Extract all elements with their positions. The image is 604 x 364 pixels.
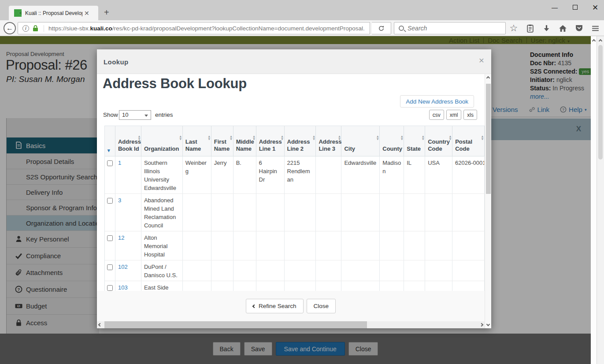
modal-header: Lookup × xyxy=(97,49,491,74)
vscroll-thumb[interactable] xyxy=(486,84,491,194)
table-cell xyxy=(211,281,233,291)
entries-label: entries xyxy=(155,111,173,118)
column-header-label: Organization xyxy=(144,145,179,152)
column-header-county[interactable]: ▴▾County xyxy=(380,126,404,156)
add-new-address-book-button[interactable]: Add New Address Book xyxy=(400,95,474,108)
scroll-down-icon[interactable] xyxy=(486,323,490,326)
row-checkbox[interactable] xyxy=(107,285,113,291)
address-book-id-link[interactable]: 103 xyxy=(118,284,128,291)
address-book-id-link[interactable]: 1 xyxy=(118,160,121,166)
page-size-select[interactable]: 10 xyxy=(119,110,151,120)
column-header-city[interactable]: ▴▾City xyxy=(341,126,380,156)
table-row: 12Alton Memorial Hospital xyxy=(105,231,485,260)
reload-button[interactable] xyxy=(372,22,391,34)
column-header-address-line-2[interactable]: ▴▾Address Line 2 xyxy=(285,126,316,156)
scroll-right-icon[interactable] xyxy=(480,323,483,327)
row-select-cell xyxy=(105,156,115,193)
column-header-last-name[interactable]: ▴▾Last Name xyxy=(183,126,211,156)
search-input[interactable] xyxy=(407,24,495,32)
url-bar[interactable]: i https://siue-sbx.kuali.co/res/kc-pd-kr… xyxy=(18,22,370,34)
table-cell: USA xyxy=(425,156,452,193)
export-xls-button[interactable]: xls xyxy=(463,110,477,120)
hscroll-thumb[interactable] xyxy=(104,321,367,328)
table-cell xyxy=(285,231,316,260)
scroll-up-icon[interactable] xyxy=(486,76,490,80)
table-cell xyxy=(341,281,380,291)
row-checkbox[interactable] xyxy=(107,264,113,270)
pocket-icon[interactable] xyxy=(574,24,583,33)
table-cell: IL xyxy=(404,156,425,193)
column-header-first-name[interactable]: ▴▾First Name xyxy=(211,126,233,156)
row-checkbox[interactable] xyxy=(107,160,113,166)
tab-close-icon[interactable]: ✕ xyxy=(84,10,89,16)
bookmark-star-icon[interactable]: ☆ xyxy=(509,24,518,33)
column-header-label: First Name xyxy=(214,138,231,152)
column-header-middle-name[interactable]: ▴▾Middle Name xyxy=(233,126,256,156)
column-header-label: Postal Code xyxy=(455,138,482,152)
modal-close-button[interactable]: Close xyxy=(307,299,336,313)
kuali-logo-icon xyxy=(14,9,22,17)
column-header-address-line-3[interactable]: ▴▾Address Line 3 xyxy=(316,126,341,156)
window-close-button[interactable]: ✕ xyxy=(591,3,600,12)
table-cell xyxy=(285,194,316,231)
sort-arrows-icon: ▴▾ xyxy=(482,135,483,141)
column-header-address-line-1[interactable]: ▴▾Address Line 1 xyxy=(256,126,285,156)
scroll-up-icon[interactable] xyxy=(592,39,596,43)
table-cell xyxy=(425,281,452,291)
table-header-row: ▾▴▾Address Book Id▴▾Organization▴▾Last N… xyxy=(105,126,485,156)
menu-hamburger-icon[interactable] xyxy=(591,24,600,33)
sort-arrows-icon: ▴▾ xyxy=(282,135,283,141)
row-checkbox[interactable] xyxy=(107,198,113,204)
modal-horizontal-scrollbar[interactable] xyxy=(97,321,485,328)
address-book-id-link[interactable]: 12 xyxy=(118,234,124,241)
scroll-left-icon[interactable] xyxy=(98,323,102,327)
browser-search-box[interactable] xyxy=(394,22,506,34)
modal-vertical-scrollbar[interactable] xyxy=(485,74,491,328)
chevron-down-icon xyxy=(145,115,148,117)
sort-arrows-icon: ▴▾ xyxy=(313,135,315,141)
downloads-icon[interactable] xyxy=(542,24,551,33)
reading-list-icon[interactable] xyxy=(526,24,534,33)
window-minimize-button[interactable]: — xyxy=(550,4,559,11)
scrollbar-thumb[interactable] xyxy=(598,45,603,160)
search-icon xyxy=(399,26,404,31)
table-cell xyxy=(285,281,316,291)
address-book-id-link[interactable]: 102 xyxy=(118,264,128,270)
column-header-label: City xyxy=(344,145,355,152)
column-header-postal-code[interactable]: ▴▾Postal Code xyxy=(452,126,485,156)
modal-title: Address Book Lookup xyxy=(103,76,247,92)
back-button[interactable]: ← xyxy=(4,22,16,34)
home-icon[interactable] xyxy=(558,24,567,33)
browser-scrollbar[interactable] xyxy=(597,36,604,364)
column-header-organization[interactable]: ▴▾Organization xyxy=(141,126,183,156)
row-select-cell xyxy=(105,260,115,281)
table-cell: Weinberg xyxy=(183,156,211,193)
new-tab-button[interactable]: + xyxy=(104,7,109,18)
table-cell: Abandoned Mined Land Reclamation Council xyxy=(141,194,183,231)
table-cell: East Side xyxy=(141,281,183,291)
address-book-id-link[interactable]: 3 xyxy=(118,197,121,204)
export-csv-button[interactable]: csv xyxy=(429,110,444,120)
browser-tab[interactable]: Kuali :: Proposal Development ✕ xyxy=(9,6,98,20)
table-cell xyxy=(256,260,285,281)
show-label: Show xyxy=(103,111,118,118)
table-cell xyxy=(183,281,211,291)
column-header-state[interactable]: ▴▾State xyxy=(404,126,425,156)
table-cell xyxy=(211,260,233,281)
refine-search-button[interactable]: Refine Search xyxy=(246,299,304,313)
row-checkbox[interactable] xyxy=(107,235,113,241)
table-cell xyxy=(183,194,211,231)
column-header-address-book-id[interactable]: ▴▾Address Book Id xyxy=(115,126,141,156)
table-cell xyxy=(256,194,285,231)
scrollbar-up-icon[interactable] xyxy=(599,39,602,43)
export-xml-button[interactable]: xml xyxy=(446,110,462,120)
modal-footer-buttons: Refine Search Close xyxy=(97,299,485,313)
browser-titlebar: Kuali :: Proposal Development ✕ + — ✕ xyxy=(0,0,604,20)
table-cell xyxy=(404,260,425,281)
column-header-country-code[interactable]: ▴▾Country Code xyxy=(425,126,452,156)
row-id-cell: 12 xyxy=(115,231,141,260)
page-info-icon[interactable]: i xyxy=(22,25,29,32)
table-cell xyxy=(425,231,452,260)
modal-close-icon[interactable]: × xyxy=(479,55,484,66)
window-maximize-button[interactable] xyxy=(571,4,579,11)
